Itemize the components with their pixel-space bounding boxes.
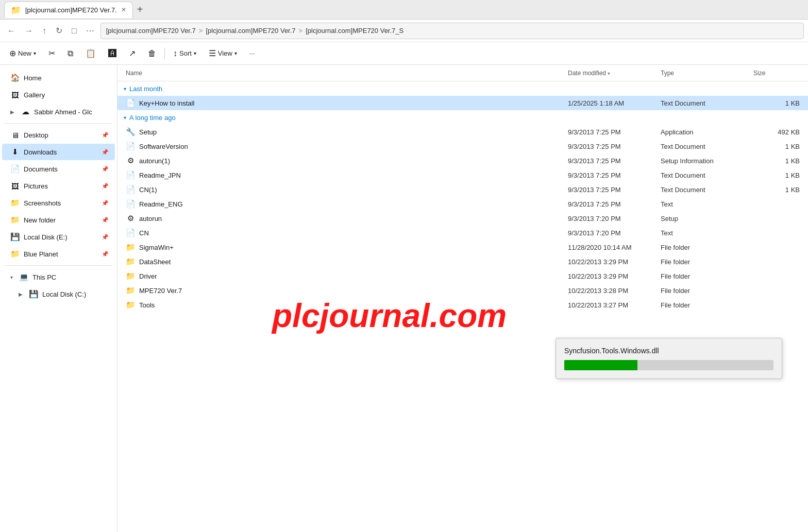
file-date: 10/22/2013 3:27 PM (568, 301, 661, 309)
file-type: Application (661, 128, 753, 136)
col-date[interactable]: Date modified ▾ (568, 70, 661, 77)
cut-button[interactable]: ✂ (43, 45, 60, 62)
file-type: Text (661, 229, 753, 237)
new-tab-button[interactable]: + (137, 4, 143, 15)
sidebar-item-newfolder[interactable]: 📁 New folder 📌 (2, 212, 115, 228)
pin-icon-screenshots: 📌 (102, 200, 109, 207)
refresh-button[interactable]: ↻ (53, 24, 65, 38)
file-row[interactable]: 🔧 Setup 9/3/2013 7:25 PM Application 492… (117, 125, 808, 139)
col-name[interactable]: Name (126, 70, 568, 77)
more-nav-button[interactable]: ⋯ (83, 24, 97, 38)
group-long-ago[interactable]: ▾ A long time ago (117, 110, 808, 125)
file-row[interactable]: 📄 Key+How to install 1/25/2025 1:18 AM T… (117, 96, 808, 110)
file-date: 9/3/2013 7:25 PM (568, 143, 661, 150)
sidebar-label-desktop: Desktop (24, 131, 48, 139)
file-row[interactable]: 📁 Driver 10/22/2013 3:29 PM File folder (117, 269, 808, 283)
toolbar: ⊕ New ▾ ✂ ⧉ 📋 🅰 ↗ 🗑 ↕ Sort ▾ ☰ View ▾ ··… (0, 42, 808, 65)
file-date: 10/22/2013 3:28 PM (568, 287, 661, 295)
sidebar-label-screenshots: Screenshots (24, 199, 61, 207)
gallery-icon: 🖼 (10, 91, 20, 99)
file-content: Name Date modified ▾ Type Size ▾ Last mo… (117, 65, 808, 532)
forward-button[interactable]: → (22, 24, 36, 38)
location-button[interactable]: □ (69, 24, 80, 38)
group-last-month[interactable]: ▾ Last month (117, 81, 808, 96)
copy-button[interactable]: ⧉ (62, 45, 78, 62)
file-row[interactable]: 📁 DataSheet 10/22/2013 3:29 PM File fold… (117, 254, 808, 269)
newfolder-icon: 📁 (10, 215, 20, 225)
sidebar-item-desktop[interactable]: 🖥 Desktop 📌 (2, 127, 115, 143)
breadcrumb-part3: [plcjournal.com]MPE720 Ver.7_S (306, 27, 403, 35)
sidebar-item-thispc[interactable]: ▾ 💻 This PC (2, 269, 115, 285)
localdisk-c-expand-icon: ▶ (19, 291, 23, 297)
sidebar-item-localdisk-c[interactable]: ▶ 💾 Local Disk (C:) (2, 286, 115, 302)
paste-button[interactable]: 📋 (80, 45, 101, 62)
sidebar-item-documents[interactable]: 📄 Documents 📌 (2, 161, 115, 177)
breadcrumb[interactable]: [plcjournal.com]MPE720 Ver.7 > [plcjourn… (100, 23, 804, 39)
active-tab[interactable]: 📁 [plcjournal.com]MPE720 Ver.7. ✕ (4, 2, 133, 18)
localdisk-c-icon: 💾 (29, 289, 38, 299)
folder-icon: 📁 (126, 243, 135, 252)
share-icon: ↗ (129, 48, 136, 58)
text-doc-icon: 📄 (126, 185, 135, 194)
progress-bar-background (564, 360, 773, 370)
file-type: Text Document (661, 186, 753, 194)
sidebar-item-localdisc-e[interactable]: 💾 Local Disk (E:) 📌 (2, 229, 115, 245)
file-name: Setup (139, 128, 157, 136)
file-name-cell: 📄 SoftwareVersion (126, 142, 568, 151)
sidebar-item-blueplanet[interactable]: 📁 Blue Planet 📌 (2, 246, 115, 262)
setup-icon: ⚙ (126, 214, 135, 223)
tab-bar: 📁 [plcjournal.com]MPE720 Ver.7. ✕ + (0, 0, 808, 20)
sidebar-item-gallery[interactable]: 🖼 Gallery (2, 87, 115, 103)
sidebar-item-pictures[interactable]: 🖼 Pictures 📌 (2, 178, 115, 194)
view-button[interactable]: ☰ View ▾ (204, 45, 242, 62)
file-name-cell: 📁 Tools (126, 300, 568, 310)
share-button[interactable]: ↗ (124, 45, 141, 62)
file-size: 1 KB (753, 99, 800, 107)
sidebar-label-documents: Documents (24, 165, 58, 173)
sidebar-item-downloads[interactable]: ⬇ Downloads 📌 (2, 144, 115, 160)
sidebar-item-sabbir[interactable]: ▶ ☁ Sabbir Ahmed - Glc (2, 104, 115, 120)
file-row[interactable]: 📄 Readme_JPN 9/3/2013 7:25 PM Text Docum… (117, 168, 808, 182)
sort-button[interactable]: ↕ Sort ▾ (168, 45, 201, 62)
file-name: CN (139, 229, 149, 237)
tab-close-button[interactable]: ✕ (121, 6, 126, 13)
file-name: SoftwareVersion (139, 143, 188, 150)
file-row[interactable]: 📄 Readme_ENG 9/3/2013 7:25 PM Text (117, 197, 808, 211)
up-button[interactable]: ↑ (39, 24, 49, 38)
file-row[interactable]: 📁 SigmaWin+ 11/28/2020 10:14 AM File fol… (117, 240, 808, 254)
file-type: File folder (661, 272, 753, 280)
file-row[interactable]: 📄 CN(1) 9/3/2013 7:25 PM Text Document 1… (117, 182, 808, 197)
file-size: 1 KB (753, 171, 800, 179)
file-name: CN(1) (139, 186, 157, 194)
file-name-cell: 🔧 Setup (126, 127, 568, 136)
file-name: autorun (139, 215, 162, 222)
text-doc-icon: 📄 (126, 142, 135, 151)
sidebar-item-screenshots[interactable]: 📁 Screenshots 📌 (2, 195, 115, 211)
delete-button[interactable]: 🗑 (143, 45, 161, 62)
pin-icon-downloads: 📌 (102, 149, 109, 156)
cloud-icon: ☁ (21, 107, 30, 116)
folder-icon: 📁 (126, 300, 135, 310)
more-options-button[interactable]: ··· (244, 45, 260, 62)
sidebar-label-blueplanet: Blue Planet (24, 250, 58, 258)
file-name: SigmaWin+ (139, 244, 174, 251)
file-row[interactable]: 📁 MPE720 Ver.7 10/22/2013 3:28 PM File f… (117, 283, 808, 298)
file-row[interactable]: ⚙ autorun 9/3/2013 7:20 PM Setup (117, 211, 808, 226)
file-row[interactable]: 📁 Tools 10/22/2013 3:27 PM File folder (117, 298, 808, 312)
file-row[interactable]: 📄 CN 9/3/2013 7:20 PM Text (117, 226, 808, 240)
folder-icon: 📁 (126, 271, 135, 281)
file-type: File folder (661, 258, 753, 266)
rename-button[interactable]: 🅰 (103, 45, 122, 62)
new-button[interactable]: ⊕ New ▾ (4, 45, 41, 62)
sidebar-item-home[interactable]: 🏠 Home (2, 70, 115, 86)
col-size[interactable]: Size (753, 70, 800, 77)
file-name-cell: 📁 DataSheet (126, 257, 568, 266)
file-name-cell: ⚙ autorun(1) (126, 156, 568, 165)
back-button[interactable]: ← (4, 24, 19, 38)
file-row[interactable]: ⚙ autorun(1) 9/3/2013 7:25 PM Setup Info… (117, 153, 808, 168)
file-date: 10/22/2013 3:29 PM (568, 258, 661, 266)
pin-icon-blueplanet: 📌 (102, 251, 109, 258)
file-row[interactable]: 📄 SoftwareVersion 9/3/2013 7:25 PM Text … (117, 139, 808, 153)
col-type[interactable]: Type (661, 70, 753, 77)
group-chevron-icon2: ▾ (124, 115, 126, 121)
